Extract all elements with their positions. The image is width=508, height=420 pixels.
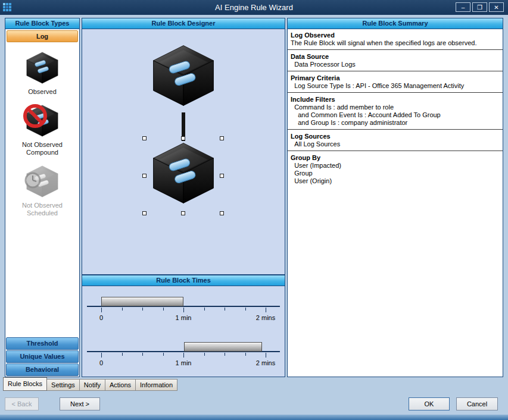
selection-handle[interactable]: [142, 211, 147, 215]
tick-label: 2 mins: [256, 314, 275, 321]
next-button[interactable]: Next >: [60, 397, 100, 410]
summary-line: Group: [291, 170, 500, 177]
close-button[interactable]: ✕: [489, 2, 504, 12]
summary-separator: [288, 151, 503, 151]
window-title: AI Engine Rule Wizard: [0, 0, 508, 15]
back-button[interactable]: < Back: [5, 397, 39, 410]
summary-section-title: Data Source: [291, 53, 500, 61]
summary-line: All Log Sources: [291, 140, 500, 148]
slider-labels: 0 1 min 2 mins: [101, 314, 266, 322]
unique-values-button[interactable]: Unique Values: [6, 350, 79, 363]
rule-block-times-header: Rule Block Times: [82, 275, 285, 286]
rule-block-summary-panel: Rule Block Summary Log Observed The Rule…: [287, 18, 503, 377]
tab-information[interactable]: Information: [136, 379, 177, 391]
tick-label: 0: [99, 314, 103, 321]
summary-line: The Rule Block will signal when the spec…: [291, 39, 500, 47]
tick-label: 2 mins: [256, 359, 275, 366]
summary-section-title: Log Observed: [291, 32, 500, 39]
selection-handle[interactable]: [181, 211, 185, 215]
threshold-button[interactable]: Threshold: [6, 337, 79, 350]
slider-ticks: [101, 308, 266, 314]
ok-button[interactable]: OK: [409, 397, 450, 410]
slider-ticks: [101, 353, 266, 359]
window-bottom-edge: [0, 415, 508, 420]
rule-block-node-2-selected[interactable]: [150, 140, 217, 206]
slider-range-handle[interactable]: [101, 297, 183, 306]
selection-handle[interactable]: [220, 136, 224, 140]
summary-line: Log Source Type Is : API - Office 365 Ma…: [291, 82, 500, 90]
tab-rule-blocks[interactable]: Rule Blocks: [3, 377, 47, 391]
summary-line: Data Processor Logs: [291, 61, 500, 68]
summary-separator: [288, 92, 503, 93]
summary-separator: [288, 49, 503, 50]
type-item-not-observed-compound[interactable]: Not Observed Compound: [9, 104, 76, 156]
summary-separator: [288, 71, 503, 71]
titlebar[interactable]: AI Engine Rule Wizard – ❐ ✕: [0, 0, 508, 15]
summary-section-title: Group By: [291, 154, 500, 162]
summary-line: and Group Is : company administrator: [291, 119, 500, 127]
tab-notify[interactable]: Notify: [80, 379, 105, 391]
observed-cube-icon: [25, 51, 60, 85]
summary-line: User (Origin): [291, 177, 500, 185]
slider-range-handle[interactable]: [184, 342, 262, 352]
tick-label: 0: [99, 359, 103, 366]
summary-section-title: Log Sources: [291, 133, 500, 140]
selection-handle[interactable]: [220, 211, 224, 215]
selection-handle[interactable]: [142, 136, 147, 140]
time-slider-2: 0 1 min 2 mins: [87, 341, 280, 377]
behavioral-button[interactable]: Behavioral: [6, 363, 79, 376]
rule-block-types-panel: Rule Block Types Log Observed Not Observ…: [5, 18, 80, 377]
rule-block-types-header: Rule Block Types: [5, 18, 79, 29]
rule-block-times-area: 0 1 min 2 mins 0 1 min 2 mins: [82, 286, 285, 377]
rule-block-type-list: Observed Not Observed Compound: [5, 43, 79, 337]
selection-handle[interactable]: [181, 136, 185, 140]
summary-line: User (Impacted): [291, 162, 500, 170]
summary-section-title: Primary Criteria: [291, 74, 500, 82]
rule-block-designer-header: Rule Block Designer: [82, 18, 285, 29]
tick-label: 1 min: [176, 359, 192, 366]
window-controls: – ❐ ✕: [456, 2, 504, 12]
type-item-label: Not Observed Compound: [9, 141, 76, 156]
log-type-button[interactable]: Log: [7, 30, 78, 42]
rule-block-type-category-buttons: Threshold Unique Values Behavioral: [5, 337, 79, 377]
designer-canvas[interactable]: [82, 29, 285, 275]
type-item-label: Observed: [9, 88, 76, 96]
type-item-observed[interactable]: Observed: [9, 51, 76, 96]
time-slider-1: 0 1 min 2 mins: [87, 296, 280, 331]
selection-handle[interactable]: [142, 174, 147, 178]
type-item-label: Not Observed Scheduled: [9, 202, 76, 217]
prohibition-icon: [21, 102, 49, 130]
not-observed-compound-icon: [25, 104, 60, 138]
summary-line: and Common Event Is : Account Added To G…: [291, 111, 500, 119]
summary-section-title: Include Filters: [291, 96, 500, 104]
selection-handle[interactable]: [220, 174, 224, 178]
tab-actions[interactable]: Actions: [105, 379, 136, 391]
tab-settings[interactable]: Settings: [47, 379, 80, 391]
cancel-button[interactable]: Cancel: [456, 397, 498, 410]
rule-block-summary-header: Rule Block Summary: [288, 18, 503, 29]
maximize-button[interactable]: ❐: [472, 2, 487, 12]
slider-labels: 0 1 min 2 mins: [101, 359, 266, 368]
type-item-not-observed-scheduled[interactable]: Not Observed Scheduled: [9, 164, 76, 217]
summary-line: Command Is : add member to role: [291, 104, 500, 111]
not-observed-scheduled-icon: [25, 164, 60, 199]
clock-icon: [23, 170, 43, 190]
minimize-button[interactable]: –: [456, 2, 470, 12]
rule-block-designer-panel: Rule Block Designer Rule Block Times 0 1…: [82, 18, 285, 377]
tick-label: 1 min: [176, 314, 192, 321]
rule-block-node-1[interactable]: [150, 42, 217, 109]
rule-block-summary-body: Log Observed The Rule Block will signal …: [288, 29, 503, 377]
summary-separator: [288, 129, 503, 130]
wizard-tabs: Rule Blocks Settings Notify Actions Info…: [3, 378, 177, 391]
